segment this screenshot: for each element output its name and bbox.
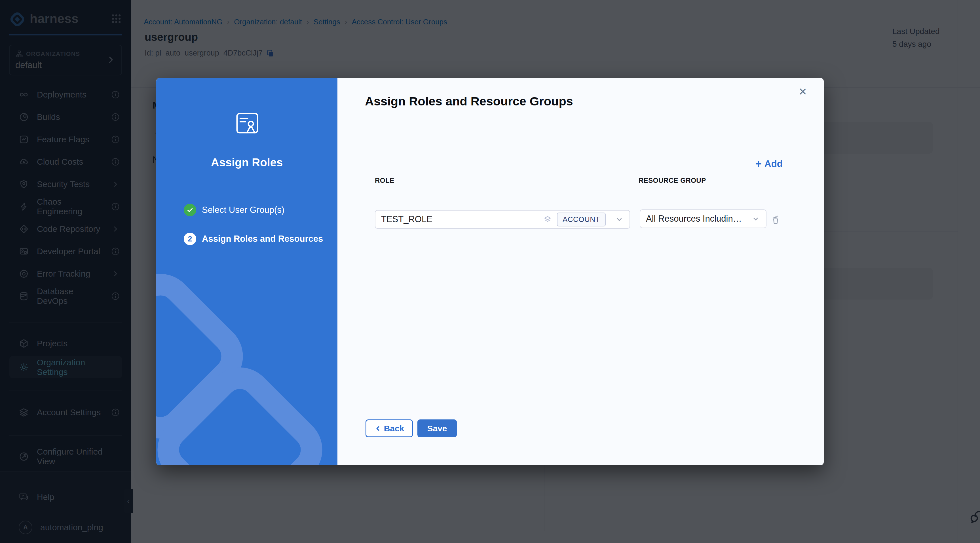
column-header-resource-group: RESOURCE GROUP [639, 176, 706, 184]
wizard-step-select-user-groups[interactable]: Select User Group(s) [184, 204, 323, 216]
plus-icon: + [756, 159, 762, 168]
wizard-step-label: Select User Group(s) [202, 205, 285, 215]
chevron-down-icon [751, 214, 760, 223]
chevron-left-icon [374, 425, 382, 432]
trash-icon[interactable] [770, 213, 782, 226]
modal-title: Assign Roles and Resource Groups [365, 94, 573, 108]
resource-group-value: All Resources Including C... [646, 214, 742, 224]
id-card-icon [236, 113, 259, 135]
modal-body: × Assign Roles and Resource Groups + Add… [337, 78, 824, 465]
role-value: TEST_ROLE [381, 214, 433, 224]
wizard-panel: Assign Roles Select User Group(s) 2 Assi… [156, 78, 337, 465]
divider [375, 189, 794, 189]
role-select[interactable]: TEST_ROLE ACCOUNT [375, 210, 630, 229]
add-label: Add [765, 159, 783, 169]
wizard-steps: Select User Group(s) 2 Assign Roles and … [184, 204, 323, 245]
wizard-step-assign-roles[interactable]: 2 Assign Roles and Resources [184, 233, 323, 245]
role-select-right: ACCOUNT [543, 213, 624, 226]
wizard-step-label: Assign Roles and Resources [202, 234, 323, 244]
wizard-title: Assign Roles [156, 156, 337, 169]
add-role-button[interactable]: + Add [756, 159, 783, 169]
back-label: Back [384, 424, 404, 433]
screen: harness ORGANIZATIONS default [0, 0, 980, 543]
column-header-role: ROLE [375, 176, 395, 184]
assign-roles-modal: Assign Roles Select User Group(s) 2 Assi… [156, 78, 824, 465]
resource-group-select[interactable]: All Resources Including C... [640, 210, 767, 228]
close-icon[interactable]: × [795, 84, 810, 99]
check-icon [184, 204, 196, 216]
scope-badge: ACCOUNT [557, 213, 606, 226]
chevron-down-icon [615, 215, 624, 224]
back-button[interactable]: Back [366, 419, 413, 437]
save-button[interactable]: Save [417, 419, 457, 437]
step-number: 2 [184, 233, 196, 245]
layers-icon [543, 215, 552, 224]
